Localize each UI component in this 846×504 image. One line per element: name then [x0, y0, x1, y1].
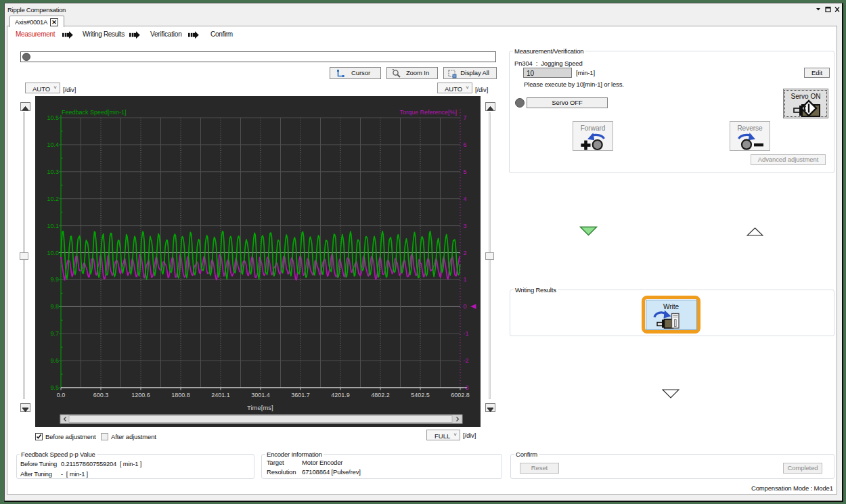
svg-text:Torque Reference[%]: Torque Reference[%]: [399, 109, 457, 116]
svg-text:10.2: 10.2: [47, 196, 59, 202]
svg-text:9.5: 9.5: [50, 384, 59, 391]
svg-text:9.6: 9.6: [50, 357, 59, 364]
svg-text:1200.6: 1200.6: [131, 392, 150, 398]
svg-text:9.9: 9.9: [50, 276, 59, 283]
svg-text:9.7: 9.7: [50, 330, 59, 337]
svg-text:-1: -1: [464, 330, 469, 337]
svg-text:4: 4: [464, 196, 467, 202]
svg-text:10.1: 10.1: [47, 223, 59, 229]
svg-text:10.5: 10.5: [47, 114, 59, 121]
svg-text:5: 5: [464, 168, 467, 175]
svg-text:6002.8: 6002.8: [451, 392, 470, 398]
svg-text:3: 3: [464, 223, 467, 229]
svg-text:5402.5: 5402.5: [411, 392, 430, 398]
svg-text:-2: -2: [464, 357, 469, 364]
svg-text:9.8: 9.8: [50, 303, 59, 310]
svg-text:1: 1: [464, 276, 467, 283]
svg-text:6: 6: [464, 141, 467, 148]
svg-text:3001.4: 3001.4: [251, 392, 270, 398]
svg-text:Time[ms]: Time[ms]: [247, 404, 273, 411]
svg-text:1800.8: 1800.8: [171, 392, 190, 398]
svg-text:4802.2: 4802.2: [371, 392, 390, 398]
svg-text:0.0: 0.0: [57, 392, 66, 398]
svg-text:3601.7: 3601.7: [291, 392, 310, 398]
svg-text:2: 2: [464, 250, 467, 256]
svg-text:2401.1: 2401.1: [211, 392, 230, 398]
svg-text:7: 7: [464, 114, 467, 121]
svg-text:10.4: 10.4: [47, 141, 59, 148]
svg-text:10.3: 10.3: [47, 168, 59, 175]
svg-text:600.3: 600.3: [93, 392, 109, 398]
svg-text:10.0: 10.0: [47, 250, 59, 256]
svg-text:4201.9: 4201.9: [331, 392, 350, 398]
svg-text:Feedback Speed[min-1]: Feedback Speed[min-1]: [62, 109, 127, 116]
svg-text:-3: -3: [464, 384, 469, 391]
svg-text:0: 0: [464, 303, 467, 310]
